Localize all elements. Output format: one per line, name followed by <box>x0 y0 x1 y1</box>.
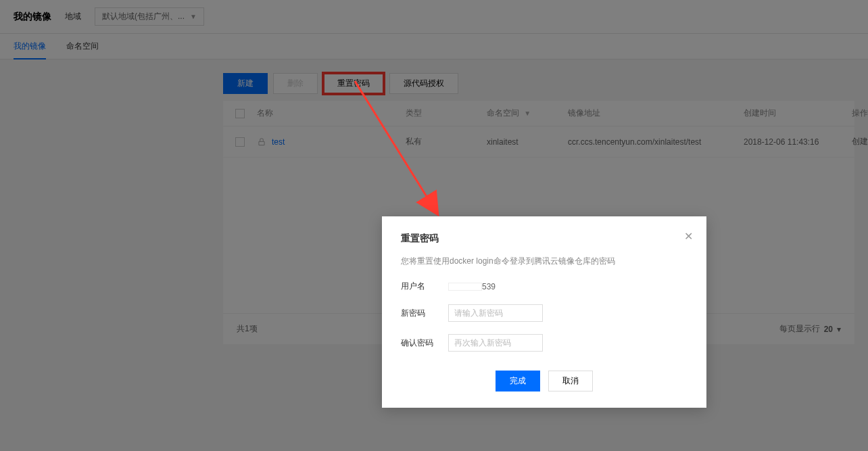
password-label: 新密码 <box>401 308 448 319</box>
modal-description: 您将重置使用docker login命令登录到腾讯云镜像仓库的密码 <box>401 256 688 267</box>
modal-actions: 完成 取消 <box>401 371 688 391</box>
redacted-block <box>448 283 482 291</box>
username-value: 539 <box>448 282 496 291</box>
reset-password-modal: ✕ 重置密码 您将重置使用docker login命令登录到腾讯云镜像仓库的密码… <box>382 216 706 408</box>
confirm-password-input[interactable] <box>448 334 543 352</box>
modal-title: 重置密码 <box>401 233 688 245</box>
confirm-button[interactable]: 完成 <box>496 371 540 391</box>
form-row-confirm: 确认密码 <box>401 334 688 352</box>
confirm-label: 确认密码 <box>401 337 448 349</box>
form-row-password: 新密码 <box>401 304 688 322</box>
cancel-button[interactable]: 取消 <box>548 371 593 391</box>
form-row-username: 用户名 539 <box>401 281 688 292</box>
close-icon[interactable]: ✕ <box>684 230 693 243</box>
username-label: 用户名 <box>401 281 448 292</box>
new-password-input[interactable] <box>448 304 543 322</box>
